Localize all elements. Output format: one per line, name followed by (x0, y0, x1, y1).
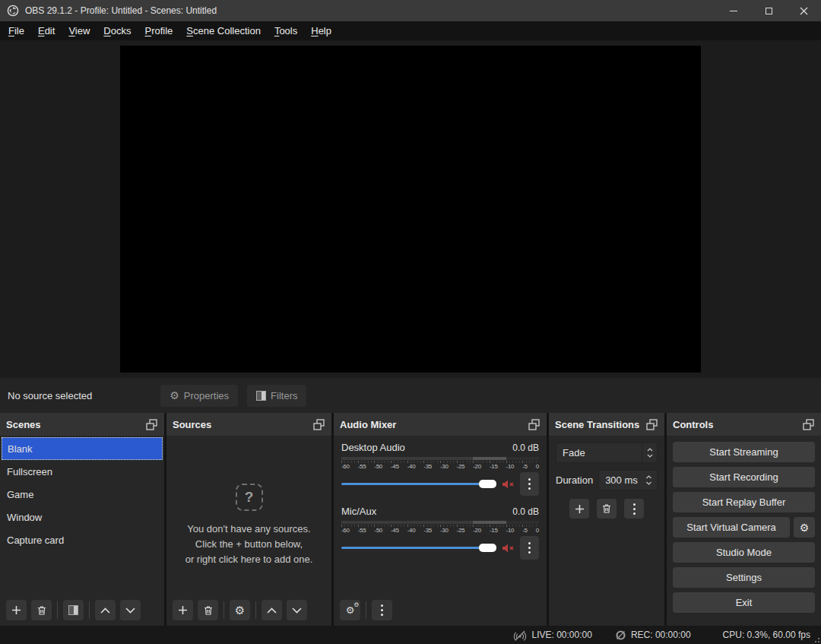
scene-item-fullscreen[interactable]: Fullscreen (0, 460, 164, 483)
preview-canvas[interactable] (120, 46, 701, 373)
sources-panel: Sources ? You don't have any sources. Cl… (166, 413, 331, 626)
mixer-menu-button[interactable] (372, 600, 392, 620)
volume-slider[interactable] (341, 544, 496, 552)
slider-handle[interactable] (479, 480, 496, 488)
menu-edit[interactable]: Edit (31, 25, 62, 36)
scene-item-capture-card[interactable]: Capture card (0, 528, 164, 551)
popout-icon[interactable] (645, 419, 658, 430)
popout-icon[interactable] (528, 419, 540, 430)
start-streaming-button[interactable]: Start Streaming (673, 442, 815, 462)
spinbox-arrows[interactable] (643, 475, 657, 485)
properties-button[interactable]: ⚙ Properties (160, 385, 238, 407)
tick-label: -35 (423, 527, 432, 534)
mixer-channel-mic-aux: Mic/Aux 0.0 dB -60-55-50-45-40-35-30-25-… (341, 506, 539, 560)
volume-meter (341, 521, 539, 524)
popout-icon[interactable] (145, 419, 158, 430)
cpu-stats: CPU: 0.3%, 60.00 fps (723, 630, 810, 640)
mute-icon[interactable] (502, 479, 515, 490)
gear-icon: ⚙ (170, 390, 179, 401)
tick-label: -40 (407, 463, 416, 470)
transition-menu-button[interactable] (624, 499, 644, 519)
tick-label: -5 (522, 463, 528, 470)
duration-input[interactable]: 300 ms (598, 470, 658, 490)
obs-logo-icon (7, 5, 19, 17)
kebab-icon (528, 542, 531, 554)
add-scene-button[interactable] (6, 600, 27, 620)
scene-transitions-header: Scene Transitions (549, 413, 664, 436)
move-source-up-button[interactable] (262, 600, 282, 620)
slider-handle[interactable] (479, 544, 496, 552)
title-bar: OBS 29.1.2 - Profile: Untitled - Scenes:… (0, 0, 821, 21)
resize-grip[interactable] (812, 635, 819, 642)
menu-docks[interactable]: Docks (97, 25, 138, 36)
exit-button[interactable]: Exit (673, 592, 815, 613)
settings-button[interactable]: Settings (673, 567, 815, 588)
channel-menu-button[interactable] (520, 536, 539, 560)
popout-icon[interactable] (802, 419, 815, 430)
scene-list: Blank Fullscreen Game Window Capture car… (0, 436, 164, 551)
remove-source-button[interactable] (198, 600, 218, 620)
start-recording-button[interactable]: Start Recording (673, 467, 815, 487)
sources-empty-state[interactable]: ? You don't have any sources. Click the … (166, 425, 331, 626)
sources-toolbar: ⚙ (173, 600, 307, 620)
menu-file[interactable]: File (2, 25, 31, 36)
menu-view[interactable]: View (62, 25, 97, 36)
start-replay-buffer-button[interactable]: Start Replay Buffer (673, 492, 815, 512)
menu-scene-collection[interactable]: Scene Collection (179, 25, 268, 36)
scene-transitions-title: Scene Transitions (555, 419, 639, 430)
meter-tick-labels: -60-55-50-45-40-35-30-25-20-15-10-50 (341, 527, 539, 534)
toolbar-separator (255, 601, 256, 619)
tick-label: -15 (490, 527, 498, 534)
window-title: OBS 29.1.2 - Profile: Untitled - Scenes:… (25, 5, 217, 16)
scene-item-window[interactable]: Window (0, 506, 164, 528)
toolbar-separator (223, 601, 224, 619)
volume-slider[interactable] (341, 480, 496, 488)
studio-mode-button[interactable]: Studio Mode (673, 542, 815, 563)
remove-transition-button[interactable] (597, 499, 617, 519)
menu-profile[interactable]: Profile (138, 25, 179, 36)
controls-header: Controls (667, 413, 821, 436)
close-button[interactable] (786, 0, 821, 21)
virtual-camera-settings-button[interactable]: ⚙ (794, 517, 815, 538)
tick-label: -50 (374, 463, 382, 470)
source-status-text: No source selected (8, 390, 92, 401)
minimize-button[interactable] (716, 0, 751, 21)
transition-select[interactable]: Fade (556, 443, 658, 463)
double-gear-icon: ⚙⚙ (346, 605, 355, 615)
add-transition-button[interactable] (569, 499, 589, 519)
maximize-button[interactable] (751, 0, 786, 21)
tick-label: -60 (341, 527, 350, 534)
tick-label: -20 (473, 463, 481, 470)
audio-mixer-panel: Audio Mixer Desktop Audio 0.0 dB -60-55-… (334, 413, 547, 626)
channel-menu-button[interactable] (520, 472, 539, 496)
start-virtual-camera-button[interactable]: Start Virtual Camera (673, 517, 790, 538)
mute-icon[interactable] (502, 543, 515, 554)
move-scene-down-button[interactable] (120, 600, 141, 620)
filters-button[interactable]: Filters (247, 385, 306, 407)
scenes-toolbar (6, 600, 141, 620)
controls-panel: Controls Start Streaming Start Recording… (667, 413, 821, 626)
duration-label: Duration (556, 474, 593, 486)
kebab-icon (381, 604, 383, 616)
source-properties-button[interactable]: ⚙ (230, 600, 250, 620)
tick-label: -55 (358, 527, 366, 534)
combo-arrows[interactable] (642, 443, 657, 462)
volume-meter (341, 457, 539, 460)
menu-help[interactable]: Help (304, 25, 338, 36)
scenes-title: Scenes (6, 419, 41, 430)
tick-label: -50 (374, 527, 382, 534)
scene-item-blank[interactable]: Blank (2, 437, 163, 460)
mixer-toolbar: ⚙⚙ (340, 600, 392, 620)
remove-scene-button[interactable] (31, 600, 52, 620)
tick-label: 0 (536, 463, 539, 470)
add-source-button[interactable] (173, 600, 193, 620)
scene-item-game[interactable]: Game (0, 483, 164, 506)
menu-tools[interactable]: Tools (268, 25, 304, 36)
scene-filters-button[interactable] (63, 600, 84, 620)
kebab-icon (633, 503, 636, 515)
scenes-header: Scenes (0, 413, 164, 436)
toolbar-separator (89, 601, 90, 619)
move-source-down-button[interactable] (287, 600, 307, 620)
move-scene-up-button[interactable] (95, 600, 116, 620)
advanced-audio-button[interactable]: ⚙⚙ (340, 600, 360, 620)
